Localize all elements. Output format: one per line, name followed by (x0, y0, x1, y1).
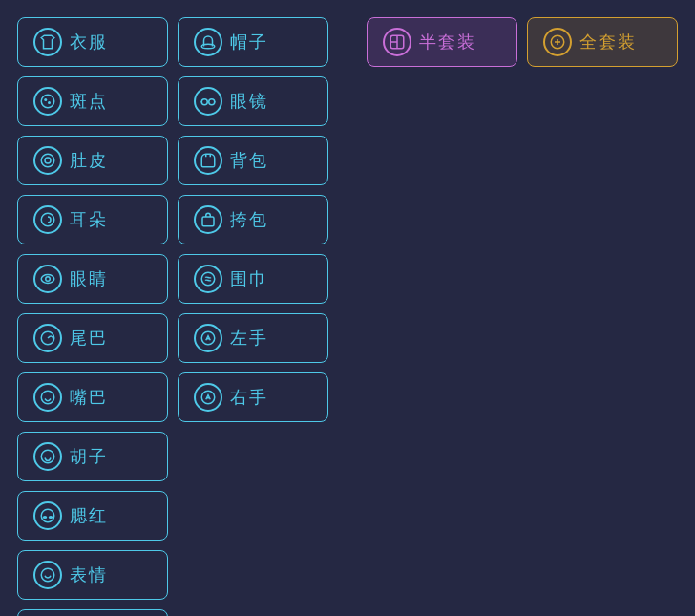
clothes-icon (33, 28, 62, 56)
expression-icon (33, 561, 62, 589)
ear-icon (33, 205, 62, 234)
scarf-label: 围巾 (230, 267, 268, 290)
hat-icon (194, 28, 222, 56)
btn-skin[interactable]: 皮肤 (17, 609, 168, 616)
spot-label: 斑点 (70, 90, 108, 113)
svg-point-9 (45, 158, 51, 163)
full-set-label: 全套装 (579, 31, 637, 53)
svg-point-14 (201, 272, 215, 286)
left-hand-label: 左手 (230, 327, 268, 350)
belly-label: 肚皮 (70, 149, 108, 172)
svg-rect-11 (202, 217, 214, 226)
blush-icon (33, 501, 62, 530)
button-grid: 衣服帽子半套装全套装斑点眼镜肚皮背包耳朵挎包眼睛围巾尾巴左手嘴巴右手胡子腮红表情… (17, 17, 678, 616)
handbag-icon (194, 205, 222, 234)
blush-label: 腮红 (70, 504, 108, 527)
svg-point-7 (209, 99, 215, 105)
handbag-label: 挎包 (230, 208, 268, 231)
svg-point-20 (41, 509, 54, 522)
eye-label: 眼睛 (70, 267, 108, 290)
full-set-icon (543, 28, 572, 56)
btn-eye[interactable]: 眼睛 (17, 254, 168, 304)
expression-label: 表情 (70, 563, 108, 586)
btn-belly[interactable]: 肚皮 (17, 136, 168, 185)
half-set-label: 半套装 (419, 31, 476, 53)
svg-point-21 (44, 517, 47, 519)
ear-label: 耳朵 (70, 208, 108, 231)
svg-point-22 (50, 517, 53, 519)
svg-point-12 (41, 275, 54, 284)
svg-point-3 (41, 95, 54, 108)
btn-ear[interactable]: 耳朵 (17, 195, 168, 244)
hat-label: 帽子 (230, 31, 268, 53)
half-set-icon (383, 28, 411, 56)
svg-point-13 (46, 277, 51, 282)
tail-icon (33, 324, 62, 352)
btn-right-hand[interactable]: 右手 (178, 372, 328, 422)
left-hand-icon (194, 324, 222, 352)
svg-point-8 (41, 154, 54, 167)
backpack-label: 背包 (230, 149, 268, 172)
right-hand-icon (194, 383, 222, 412)
btn-beard[interactable]: 胡子 (17, 432, 168, 481)
glasses-icon (194, 87, 222, 116)
svg-point-6 (201, 99, 207, 105)
mouth-icon (33, 383, 62, 412)
mouth-label: 嘴巴 (70, 386, 108, 409)
spot-icon (33, 87, 62, 116)
tail-label: 尾巴 (70, 327, 108, 350)
right-hand-label: 右手 (230, 386, 268, 409)
eye-icon (33, 265, 62, 293)
backpack-icon (194, 146, 222, 175)
btn-tail[interactable]: 尾巴 (17, 313, 168, 363)
btn-full-set[interactable]: 全套装 (527, 17, 678, 67)
beard-label: 胡子 (70, 445, 108, 468)
svg-point-10 (41, 213, 54, 226)
btn-mouth[interactable]: 嘴巴 (17, 372, 168, 422)
btn-hat[interactable]: 帽子 (178, 17, 328, 67)
main-container: 衣服帽子半套装全套装斑点眼镜肚皮背包耳朵挎包眼睛围巾尾巴左手嘴巴右手胡子腮红表情… (0, 0, 695, 616)
btn-blush[interactable]: 腮红 (17, 491, 168, 541)
belly-icon (33, 146, 62, 175)
svg-point-5 (48, 101, 51, 104)
btn-scarf[interactable]: 围巾 (178, 254, 328, 304)
btn-half-set[interactable]: 半套装 (367, 17, 517, 67)
btn-backpack[interactable]: 背包 (178, 136, 328, 185)
btn-left-hand[interactable]: 左手 (178, 313, 328, 363)
beard-icon (33, 442, 62, 471)
scarf-icon (194, 265, 222, 293)
btn-spot[interactable]: 斑点 (17, 76, 168, 126)
btn-clothes[interactable]: 衣服 (17, 17, 168, 67)
btn-expression[interactable]: 表情 (17, 550, 168, 600)
svg-point-4 (44, 98, 47, 101)
glasses-label: 眼镜 (230, 90, 268, 113)
svg-point-23 (41, 568, 54, 582)
clothes-label: 衣服 (70, 31, 108, 53)
svg-point-17 (41, 391, 54, 404)
btn-handbag[interactable]: 挎包 (178, 195, 328, 244)
btn-glasses[interactable]: 眼镜 (178, 76, 328, 126)
